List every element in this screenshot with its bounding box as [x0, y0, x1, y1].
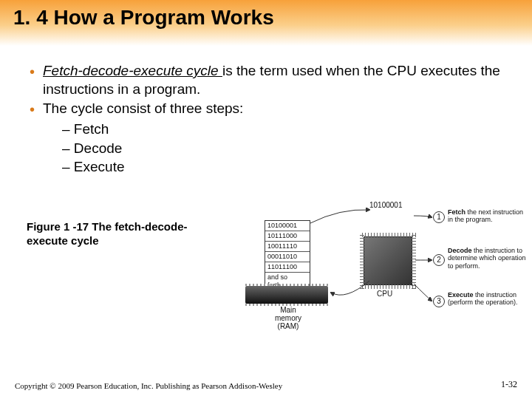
- step-circle-1: 1: [433, 211, 445, 223]
- title-band: 1. 4 How a Program Works: [0, 0, 532, 46]
- slide-title: 1. 4 How a Program Works: [13, 6, 519, 30]
- sub-decode: Decode: [62, 139, 505, 158]
- step-text-2: Decode the instruction to determine whic…: [448, 247, 528, 270]
- step-text-3: Execute the instruction (perform the ope…: [448, 291, 528, 307]
- step-circle-3: 3: [433, 296, 445, 307]
- term-fde: Fetch-decode-execute cycle: [43, 63, 222, 78]
- bullet-1: Fetch-decode-execute cycle is the term u…: [27, 62, 505, 98]
- bullet-2: The cycle consist of three steps: Fetch …: [27, 100, 505, 177]
- bullet-list: Fetch-decode-execute cycle is the term u…: [27, 62, 505, 177]
- step-text-1: Fetch the next instruction in the progra…: [448, 208, 528, 224]
- step-circle-2: 2: [433, 254, 445, 266]
- page-number: 1-32: [501, 379, 517, 390]
- copyright-footer: Copyright © 2009 Pearson Education, Inc.…: [15, 381, 282, 390]
- content-area: Fetch-decode-execute cycle is the term u…: [0, 46, 532, 177]
- sub-execute: Execute: [62, 157, 505, 177]
- figure-diagram: 10100001 10100001 10111000 10011110 0001…: [222, 201, 517, 349]
- sub-list: Fetch Decode Execute: [43, 120, 505, 177]
- figure-caption: Figure 1 -17 The fetch-decode-execute cy…: [27, 220, 197, 248]
- sub-fetch: Fetch: [62, 120, 505, 139]
